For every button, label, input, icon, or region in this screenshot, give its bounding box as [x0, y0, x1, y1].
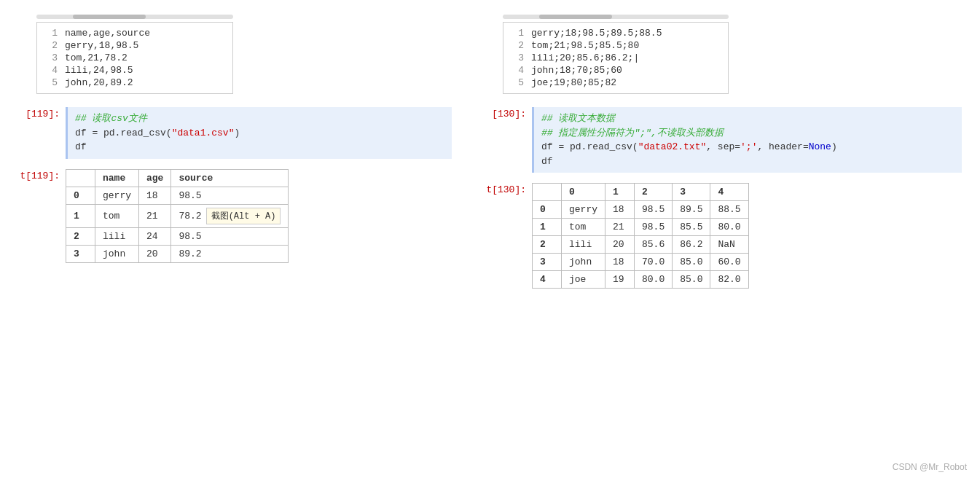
table-cell: 18: [139, 187, 171, 204]
line-num: 2: [43, 40, 58, 51]
table-header-1: 1: [605, 184, 635, 201]
file-line-1: 1 name,age,source: [37, 27, 232, 39]
table-cell: 85.0: [673, 271, 710, 289]
table-header-0: 0: [562, 184, 605, 201]
table-header-2: 2: [635, 184, 673, 201]
table-cell: john: [95, 245, 139, 262]
file-line-r2: 2 tom;21;98.5;85.5;80: [503, 39, 728, 52]
code-text: df = pd.read_csv("data1.csv"): [75, 128, 240, 138]
table-cell: 78.2截图(Alt + A): [171, 204, 289, 227]
table-cell: 80.0: [710, 219, 748, 236]
table-cell: 89.2: [171, 245, 289, 262]
table-header-cell: [66, 169, 95, 187]
table-row: 3john1870.085.060.0: [533, 254, 749, 271]
table-row: 3john2089.2: [66, 245, 289, 262]
table-cell: 82.0: [710, 271, 748, 289]
file-viewer-1: 1 name,age,source 2 gerry,18,98.5 3 tom,…: [36, 22, 233, 94]
cell-input-130[interactable]: ## 读取文本数据 ## 指定属性分隔符为";",不读取头部数据 df = pd…: [532, 107, 962, 173]
table-header-row-130: 0 1 2 3 4: [533, 184, 749, 201]
file-content: name,age,source: [65, 28, 150, 39]
table-cell: 0: [533, 201, 562, 219]
code-line-130-1: df = pd.read_csv("data02.txt", sep=';', …: [541, 140, 954, 154]
table-cell: 0: [66, 187, 95, 204]
cell-119-input: [119]: ## 读取csv文件 df = pd.read_csv("data…: [15, 107, 452, 159]
table-cell: 2: [66, 227, 95, 245]
table-row: 4joe1980.085.082.0: [533, 271, 749, 289]
table-cell: 60.0: [710, 254, 748, 271]
table-cell: 4: [533, 271, 562, 289]
df-table-130: 0 1 2 3 4 0gerry1898.589.588.51tom2198.5…: [532, 183, 749, 289]
code-text: df = pd.read_csv("data02.txt", sep=';', …: [541, 141, 837, 152]
table-cell: 98.5: [171, 187, 289, 204]
table-header-source: source: [171, 169, 289, 187]
table-header-name: name: [95, 169, 139, 187]
table-row: 1tom2178.2截图(Alt + A): [66, 204, 289, 227]
file-line-5: 5 john,20,89.2: [37, 77, 232, 89]
file-content: gerry,18,98.5: [65, 40, 138, 51]
file-content: lili;20;85.6;86.2;|: [531, 52, 639, 63]
left-scrollbar[interactable]: [36, 15, 233, 19]
line-num: 5: [509, 77, 524, 88]
file-content: gerry;18;98.5;89.5;88.5: [531, 28, 662, 39]
cell-130-input: [130]: ## 读取文本数据 ## 指定属性分隔符为";",不读取头部数据 …: [481, 107, 962, 173]
table-cell: 88.5: [710, 201, 748, 219]
table-cell: 21: [605, 219, 635, 236]
table-cell: NaN: [710, 236, 748, 254]
table-cell: 70.0: [635, 254, 673, 271]
cell-130-output: t[130]: 0 1 2 3 4 0gerry1898.5: [481, 183, 962, 289]
file-line-2: 2 gerry,18,98.5: [37, 39, 232, 52]
comment-line: ## 读取csv文件: [75, 111, 444, 126]
table-header-row: name age source: [66, 169, 289, 187]
file-content: john,20,89.2: [65, 77, 133, 88]
cell-input-119[interactable]: ## 读取csv文件 df = pd.read_csv("data1.csv")…: [66, 107, 452, 159]
left-panel: 1 name,age,source 2 gerry,18,98.5 3 tom,…: [0, 7, 466, 471]
table-cell: 24: [139, 227, 171, 245]
table-cell: 3: [533, 254, 562, 271]
table-cell: 19: [605, 271, 635, 289]
table-cell: 2: [533, 236, 562, 254]
df-table-119: name age source 0gerry1898.51tom2178.2截图…: [66, 169, 289, 263]
table-header-3: 3: [673, 184, 710, 201]
table-cell: 21: [139, 204, 171, 227]
comment-line-2: ## 指定属性分隔符为";",不读取头部数据: [541, 126, 954, 141]
table-cell: 85.5: [673, 219, 710, 236]
line-num: 3: [509, 52, 524, 63]
table-cell: joe: [562, 271, 605, 289]
table-row: 1tom2198.585.580.0: [533, 219, 749, 236]
right-panel: 1 gerry;18;98.5;89.5;88.5 2 tom;21;98.5;…: [466, 7, 976, 471]
table-row: 0gerry1898.5: [66, 187, 289, 204]
line-num: 1: [43, 28, 58, 39]
table-cell: gerry: [95, 187, 139, 204]
table-cell: 85.6: [635, 236, 673, 254]
line-num: 1: [509, 28, 524, 39]
table-cell: 3: [66, 245, 95, 262]
table-cell: 20: [605, 236, 635, 254]
df-table-wrapper-119: name age source 0gerry1898.51tom2178.2截图…: [66, 169, 289, 263]
table-cell: 98.5: [635, 219, 673, 236]
cell-label-130: [130]:: [481, 107, 532, 120]
code-line-130-2: df: [541, 154, 954, 169]
line-num: 4: [43, 65, 58, 76]
table-cell: 18: [605, 254, 635, 271]
file-content: tom,21,78.2: [65, 52, 128, 63]
table-row: 2lili2085.686.2NaN: [533, 236, 749, 254]
table-cell: 85.0: [673, 254, 710, 271]
table-cell: 20: [139, 245, 171, 262]
table-cell: 80.0: [635, 271, 673, 289]
table-cell: 86.2: [673, 236, 710, 254]
line-num: 4: [509, 65, 524, 76]
line-num: 3: [43, 52, 58, 63]
table-cell: lili: [95, 227, 139, 245]
table-cell: john: [562, 254, 605, 271]
line-num: 2: [509, 40, 524, 51]
right-scrollbar[interactable]: [503, 15, 729, 19]
table-cell: 1: [533, 219, 562, 236]
df-table-wrapper-130: 0 1 2 3 4 0gerry1898.589.588.51tom2198.5…: [532, 183, 749, 289]
table-header-4: 4: [710, 184, 748, 201]
watermark: CSDN @Mr_Robot: [893, 462, 967, 472]
table-cell: gerry: [562, 201, 605, 219]
file-line-r4: 4 john;18;70;85;60: [503, 64, 728, 77]
file-line-r3: 3 lili;20;85.6;86.2;|: [503, 52, 728, 64]
table-header-idx: [533, 184, 562, 201]
table-cell: lili: [562, 236, 605, 254]
